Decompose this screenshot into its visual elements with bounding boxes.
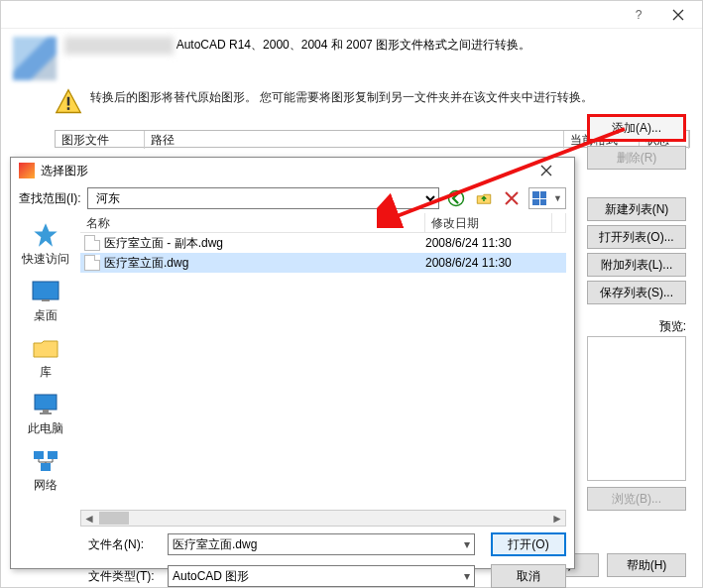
network-icon — [30, 447, 61, 475]
filename-value: 医疗室立面.dwg — [173, 536, 257, 553]
save-list-button[interactable]: 保存列表(S)... — [587, 281, 686, 304]
dialog-close-button[interactable] — [527, 159, 566, 182]
desktop-icon — [30, 278, 61, 305]
star-icon — [30, 221, 61, 249]
file-list[interactable]: 名称 修改日期 医疗室立面 - 副本.dwg 2008/6/24 11:30 医… — [80, 213, 566, 527]
th-filename[interactable]: 图形文件 — [56, 131, 145, 149]
th-path[interactable]: 路径 — [145, 131, 564, 149]
file-rows: 医疗室立面 - 副本.dwg 2008/6/24 11:30 医疗室立面.dwg… — [80, 233, 566, 273]
file-name: 医疗室立面.dwg — [104, 255, 425, 272]
svg-rect-8 — [43, 410, 49, 412]
svg-rect-2 — [67, 107, 69, 110]
monitor-icon — [30, 391, 61, 418]
file-icon — [84, 255, 100, 271]
description-row: AutoCAD R14、2000、2004 和 2007 图形文件格式之间进行转… — [1, 29, 702, 84]
dialog-cancel-button[interactable]: 取消 — [491, 564, 566, 588]
dialog-title-bar: 选择图形 — [11, 158, 574, 183]
file-icon — [84, 235, 100, 251]
file-row[interactable]: 医疗室立面 - 副本.dwg 2008/6/24 11:30 — [80, 233, 566, 253]
svg-rect-10 — [34, 451, 44, 459]
back-icon[interactable] — [445, 187, 467, 209]
browse-button: 浏览(B)... — [587, 487, 686, 511]
place-label: 桌面 — [34, 307, 58, 324]
right-button-column: 添加(A)... 删除(R) 新建列表(N) 打开列表(O)... 附加列表(L… — [587, 114, 686, 304]
up-icon[interactable] — [473, 187, 495, 209]
svg-rect-12 — [41, 463, 51, 471]
scroll-left-icon[interactable]: ◄ — [81, 512, 97, 526]
preview-box — [587, 336, 686, 481]
svg-rect-1 — [67, 97, 69, 106]
place-label: 此电脑 — [28, 420, 63, 437]
help-button[interactable]: ? — [619, 2, 658, 28]
place-label: 快速访问 — [22, 251, 69, 268]
dialog-body: 快速访问 桌面 库 此电脑 网络 名称 修改日期 — [11, 213, 574, 527]
place-label: 库 — [40, 364, 52, 381]
filename-label: 文件名(N): — [88, 536, 158, 553]
open-button[interactable]: 打开(O) — [491, 532, 566, 556]
file-name: 医疗室立面 - 副本.dwg — [104, 235, 425, 252]
file-date: 2008/6/24 11:30 — [425, 236, 552, 250]
place-label: 网络 — [34, 477, 58, 494]
look-in-label: 查找范围(I): — [19, 190, 81, 207]
col-extra[interactable] — [552, 213, 566, 232]
scroll-right-icon[interactable]: ► — [549, 512, 565, 526]
open-list-button[interactable]: 打开列表(O)... — [587, 225, 686, 249]
folder-icon — [30, 334, 61, 362]
filename-combo[interactable]: 医疗室立面.dwg ▾ — [168, 533, 475, 555]
file-date: 2008/6/24 11:30 — [425, 256, 552, 270]
place-this-pc[interactable]: 此电脑 — [16, 387, 75, 441]
chevron-down-icon: ▾ — [464, 569, 470, 583]
new-list-button[interactable]: 新建列表(N) — [587, 197, 686, 221]
delete-icon[interactable] — [501, 187, 523, 209]
warning-text: 转换后的图形将替代原始图形。 您可能需要将图形复制到另一文件夹并在该文件夹中进行… — [90, 88, 593, 106]
col-date[interactable]: 修改日期 — [425, 213, 552, 232]
horizontal-scrollbar[interactable]: ◄ ► — [80, 510, 566, 527]
filetype-label: 文件类型(T): — [88, 568, 158, 585]
close-button[interactable] — [658, 2, 698, 28]
dialog-bottom: 文件名(N): 医疗室立面.dwg ▾ 打开(O) 文件类型(T): AutoC… — [11, 527, 574, 588]
svg-point-3 — [449, 191, 464, 206]
dialog-icon — [19, 163, 35, 178]
view-mode-dropdown[interactable]: ▼ — [528, 187, 566, 209]
look-in-row: 查找范围(I): 河东 ▼ — [11, 183, 574, 213]
places-bar: 快速访问 桌面 库 此电脑 网络 — [11, 213, 80, 527]
col-name[interactable]: 名称 — [80, 213, 425, 232]
description-text: AutoCAD R14、2000、2004 和 2007 图形文件格式之间进行转… — [176, 38, 530, 52]
place-network[interactable]: 网络 — [16, 443, 75, 498]
blurred-text — [64, 37, 174, 55]
chevron-down-icon: ▾ — [464, 537, 470, 551]
file-list-header: 名称 修改日期 — [80, 213, 566, 233]
file-dialog: 选择图形 查找范围(I): 河东 ▼ 快速访问 — [10, 157, 575, 569]
scroll-thumb[interactable] — [99, 512, 129, 525]
preview-label: 预览: — [659, 318, 686, 335]
svg-rect-6 — [42, 299, 50, 301]
folder-select[interactable]: 河东 — [87, 187, 439, 209]
dialog-title: 选择图形 — [41, 163, 88, 179]
warning-icon — [55, 88, 82, 116]
svg-rect-5 — [33, 282, 59, 299]
place-desktop[interactable]: 桌面 — [16, 274, 75, 328]
svg-marker-4 — [34, 223, 57, 246]
title-bar: ? — [1, 1, 702, 29]
remove-button: 删除(R) — [587, 146, 686, 170]
append-list-button[interactable]: 附加列表(L)... — [587, 253, 686, 277]
svg-rect-11 — [48, 451, 58, 459]
file-row-selected[interactable]: 医疗室立面.dwg 2008/6/24 11:30 — [80, 253, 566, 273]
place-libraries[interactable]: 库 — [16, 330, 75, 385]
filetype-combo[interactable]: AutoCAD 图形 ▾ — [168, 565, 475, 587]
place-quick-access[interactable]: 快速访问 — [16, 217, 75, 272]
filetype-value: AutoCAD 图形 — [173, 568, 249, 585]
app-icon — [13, 37, 57, 80]
svg-rect-9 — [40, 412, 52, 414]
add-button[interactable]: 添加(A)... — [587, 114, 686, 142]
svg-rect-7 — [35, 395, 57, 410]
main-help-button[interactable]: 帮助(H) — [607, 553, 686, 577]
